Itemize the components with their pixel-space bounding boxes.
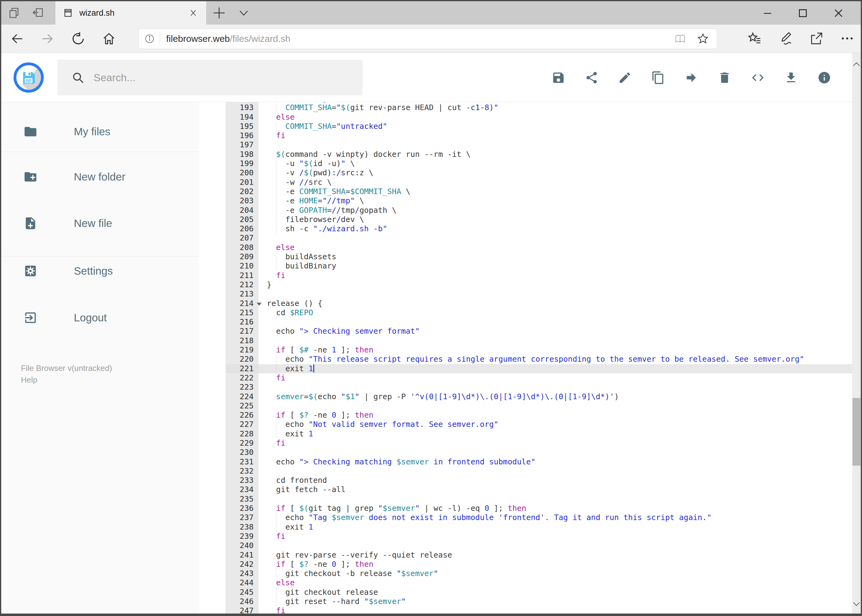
code-text[interactable] bbox=[258, 401, 861, 410]
code-text[interactable]: exit 1 bbox=[258, 364, 861, 373]
help-link[interactable]: Help bbox=[21, 374, 112, 386]
code-text[interactable]: fi bbox=[258, 271, 861, 280]
download-button[interactable] bbox=[784, 71, 798, 85]
code-line[interactable]: 193 COMMIT_SHA="$(git rev-parse HEAD | c… bbox=[199, 103, 861, 112]
code-text[interactable] bbox=[258, 448, 861, 457]
scroll-up-icon[interactable] bbox=[853, 61, 860, 67]
code-line[interactable]: 212} bbox=[199, 280, 861, 289]
code-text[interactable]: buildAssets bbox=[258, 252, 861, 261]
code-line[interactable]: 204 -e GOPATH=//tmp/gopath \ bbox=[199, 206, 861, 215]
code-line[interactable]: 200 -v /$(pwd):/src:z \ bbox=[199, 168, 861, 178]
code-line[interactable]: 208 else bbox=[199, 243, 861, 252]
code-text[interactable]: semver=$(echo "$1" | grep -P '^v(0|[1-9]… bbox=[258, 392, 861, 401]
code-text[interactable]: buildBinary bbox=[258, 261, 861, 270]
tab-list-chevron-icon[interactable] bbox=[238, 9, 250, 18]
sidebar-item-logout[interactable]: Logout bbox=[1, 307, 199, 328]
new-tab-icon[interactable] bbox=[211, 5, 227, 21]
code-line[interactable]: 215 cd $REPO bbox=[199, 308, 861, 317]
favorite-star-icon[interactable] bbox=[697, 33, 709, 45]
web-note-pen-icon[interactable] bbox=[778, 31, 793, 46]
code-line[interactable]: 242 if [ $? -ne 0 ]; then bbox=[199, 560, 861, 569]
code-line[interactable]: 203 -e HOME="//tmp" \ bbox=[199, 196, 861, 206]
code-text[interactable]: cd frontend bbox=[258, 476, 861, 485]
code-line[interactable]: 243 git checkout -b release "$semver" bbox=[199, 569, 861, 578]
code-text[interactable]: -v /$(pwd):/src:z \ bbox=[258, 168, 861, 178]
code-line[interactable]: 211 fi bbox=[199, 271, 861, 280]
tabs-aside-icon[interactable] bbox=[32, 7, 44, 19]
code-line[interactable]: 222 fi bbox=[199, 373, 861, 383]
code-line[interactable]: 240 bbox=[199, 541, 861, 550]
code-line[interactable]: 206 sh -c "./wizard.sh -b" bbox=[199, 224, 861, 233]
code-line[interactable]: 230 bbox=[199, 448, 861, 457]
code-line[interactable]: 238 exit 1 bbox=[199, 523, 861, 532]
hub-favorites-icon[interactable] bbox=[747, 31, 762, 46]
back-button[interactable] bbox=[11, 32, 24, 46]
code-text[interactable]: echo "> Checking semver format" bbox=[258, 327, 861, 336]
refresh-button[interactable] bbox=[71, 32, 85, 46]
code-line[interactable]: 221 exit 1 bbox=[199, 364, 861, 373]
edit-button[interactable] bbox=[618, 71, 632, 85]
code-text[interactable]: fi bbox=[258, 606, 861, 614]
code-text[interactable]: fi bbox=[258, 373, 861, 383]
code-text[interactable]: git rev-parse --verify --quiet release bbox=[258, 550, 861, 560]
code-line[interactable]: 220 echo "This release script requires a… bbox=[199, 355, 861, 364]
code-text[interactable]: fi bbox=[258, 532, 861, 541]
code-line[interactable]: 198 $(command -v winpty) docker run --rm… bbox=[199, 150, 861, 159]
code-line[interactable]: 213 bbox=[199, 289, 861, 299]
code-line[interactable]: 237 echo "Tag $semver does not exist in … bbox=[199, 513, 861, 522]
page-scrollbar[interactable] bbox=[852, 53, 861, 614]
code-line[interactable]: 235 bbox=[199, 495, 861, 504]
code-line[interactable]: 209 buildAssets bbox=[199, 252, 861, 261]
sidebar-item-new-file[interactable]: New file bbox=[1, 212, 199, 234]
code-text[interactable]: exit 1 bbox=[258, 429, 861, 438]
code-text[interactable]: else bbox=[258, 578, 861, 588]
share-page-icon[interactable] bbox=[809, 31, 824, 46]
url-text[interactable]: filebrowser.web/files/wizard.sh bbox=[166, 33, 674, 44]
filebrowser-logo[interactable] bbox=[14, 63, 44, 93]
maximize-button[interactable] bbox=[794, 6, 811, 20]
code-line[interactable]: 205 filebrowser/dev \ bbox=[199, 215, 861, 224]
code-line[interactable]: 219 if [ $# -ne 1 ]; then bbox=[199, 346, 861, 355]
more-options-icon[interactable] bbox=[840, 31, 854, 46]
code-text[interactable]: -e HOME="//tmp" \ bbox=[258, 196, 861, 206]
code-text[interactable]: exit 1 bbox=[258, 523, 861, 532]
code-text[interactable]: echo "> Checking matching $semver in fro… bbox=[258, 457, 861, 467]
code-text[interactable]: else bbox=[258, 243, 861, 252]
home-button[interactable] bbox=[102, 32, 116, 46]
code-line[interactable]: 225 bbox=[199, 401, 861, 410]
code-text[interactable] bbox=[258, 140, 861, 149]
code-line[interactable]: 195 COMMIT_SHA="untracked" bbox=[199, 122, 861, 131]
code-text[interactable]: -w //src \ bbox=[258, 178, 861, 187]
code-text[interactable]: echo "This release script requires a sin… bbox=[258, 355, 861, 364]
code-line[interactable]: 233 cd frontend bbox=[199, 476, 861, 485]
code-text[interactable] bbox=[258, 495, 861, 504]
code-line[interactable]: 234 git fetch --all bbox=[199, 485, 861, 494]
code-text[interactable]: sh -c "./wizard.sh -b" bbox=[258, 224, 861, 233]
tab-close-icon[interactable] bbox=[187, 7, 199, 19]
code-line[interactable]: 232 bbox=[199, 467, 861, 476]
code-text[interactable] bbox=[258, 317, 861, 327]
code-text[interactable]: fi bbox=[258, 438, 861, 448]
code-text[interactable]: if [ $? -ne 0 ]; then bbox=[258, 410, 861, 420]
code-button[interactable] bbox=[751, 71, 765, 85]
code-line[interactable]: 241 git rev-parse --verify --quiet relea… bbox=[199, 550, 861, 560]
code-text[interactable]: $(command -v winpty) docker run --rm -it… bbox=[258, 150, 861, 159]
save-button[interactable] bbox=[552, 71, 565, 85]
code-text[interactable]: fi bbox=[258, 131, 861, 140]
site-info-icon[interactable] bbox=[144, 33, 155, 44]
code-line[interactable]: 217 echo "> Checking semver format" bbox=[199, 327, 861, 336]
code-text[interactable]: -u "$(id -u)" \ bbox=[258, 159, 861, 168]
scroll-down-icon[interactable] bbox=[853, 601, 860, 607]
code-text[interactable]: git reset --hard "$semver" bbox=[258, 597, 861, 606]
code-line[interactable]: 226 if [ $? -ne 0 ]; then bbox=[199, 410, 861, 420]
browser-tab[interactable]: wizard.sh bbox=[55, 1, 206, 25]
code-line[interactable]: 202 -e COMMIT_SHA=$COMMIT_SHA \ bbox=[199, 187, 861, 196]
code-text[interactable]: echo "Not valid semver format. See semve… bbox=[258, 420, 861, 429]
code-editor[interactable]: 192 if [ -d ".git" ]; then193 COMMIT_SHA… bbox=[199, 102, 861, 614]
code-text[interactable]: -e COMMIT_SHA=$COMMIT_SHA \ bbox=[258, 187, 861, 196]
search-box[interactable] bbox=[57, 60, 362, 95]
code-line[interactable]: 239 fi bbox=[199, 532, 861, 541]
code-line[interactable]: 223 bbox=[199, 383, 861, 392]
share-button[interactable] bbox=[585, 71, 599, 85]
code-text[interactable] bbox=[258, 467, 861, 476]
